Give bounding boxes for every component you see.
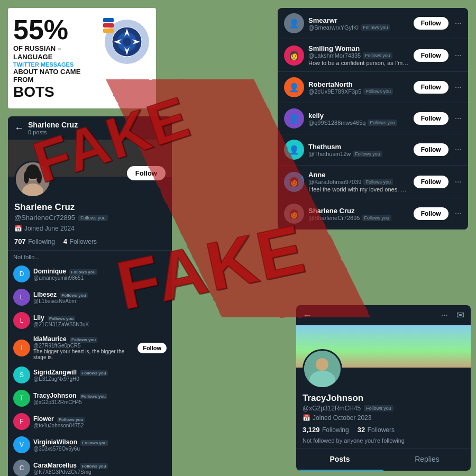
follows-you-badge: Follows you [363, 88, 393, 95]
twitter-following-list: 👤 Smearwr @SmearwrxYGyfKl Follows you Fo… [278, 8, 468, 230]
following-item: L Libesez Follows you @L1besezNvAbm [8, 286, 172, 309]
nato-line1: OF RUSSIAN – LANGUAGE [13, 44, 99, 61]
tracy-profile-header: ← ··· ✉ [296, 305, 471, 325]
nato-line3: ABOUT NATO CAME FROM [13, 68, 99, 84]
more-options-button[interactable]: ··· [455, 114, 462, 123]
following-item: D Dominique Follows you @amaneyumin98651 [8, 262, 172, 286]
avatar: 👤 [284, 77, 304, 97]
list-handle: @SharleneCr72895 [308, 215, 360, 221]
more-options-button[interactable]: ··· [455, 145, 462, 154]
sharlene-profile-card: ← Sharlene Cruz 0 posts Follow Sharlene … [8, 116, 172, 476]
more-options-button[interactable]: ··· [455, 177, 462, 187]
avatar: T [13, 390, 30, 407]
more-options-button[interactable]: ··· [441, 310, 448, 320]
follows-you-badge: Follows you [362, 215, 391, 221]
follows-you-badge: Follows you [353, 151, 382, 157]
list-name: Smiling Woman [308, 44, 409, 52]
follows-you-badge: Follows you [363, 52, 392, 59]
list-info: kelly @q99S1288mws465q Follows you [308, 112, 409, 126]
profile-header-posts: 0 posts [28, 129, 166, 135]
profile-joined: 📅 Joined June 2024 [8, 225, 172, 234]
follows-you-badge: Follows you [368, 120, 397, 126]
follow-button[interactable]: Follow [414, 207, 448, 220]
following-item: T TracyJohnson Follows you @xG2p312RmCH4… [8, 387, 172, 410]
followers-label: Followers [70, 238, 97, 245]
follow-button[interactable]: Follow [414, 176, 448, 188]
follow-button[interactable]: Follow [414, 143, 448, 156]
list-handle: @SmearwrxYGyfKl [308, 24, 359, 31]
list-name: Anne [308, 171, 409, 179]
follow-button[interactable]: Follow [414, 112, 448, 125]
tracy-stats: 3,129 Following 32 Followers [296, 424, 471, 436]
follow-button[interactable]: Follow [414, 81, 448, 94]
svg-point-15 [24, 171, 29, 184]
tracy-followers-label: Followers [368, 426, 395, 434]
tracy-profile-card: ← ··· ✉ TracyJohnson @xG2p312RmCH45 Foll… [296, 305, 471, 471]
list-item: 👤 RobertaNorth @2cUx9E789XF3p5 Follows y… [278, 72, 468, 103]
list-name: Thethusm [308, 143, 409, 151]
list-handle: @KaraJohnso97039 [308, 179, 361, 185]
avatar: 👤 [284, 13, 304, 33]
tracy-following-count: 3,129 [303, 426, 320, 434]
list-info: Smearwr @SmearwrxYGyfKl Follows you [308, 16, 409, 31]
tracy-tabs: Posts Replies [296, 448, 471, 471]
svg-point-7 [123, 38, 131, 46]
list-bio: I feel the world with my loved ones. wa.… [308, 186, 409, 193]
more-options-button[interactable]: ··· [455, 209, 462, 218]
following-item: S SigridZangwill Follows you @E31ZugNx97… [8, 363, 172, 387]
calendar-icon: 📅 [14, 225, 22, 232]
list-item: 👩 Sharlene Cruz @SharleneCr72895 Follows… [278, 198, 468, 230]
tab-replies[interactable]: Replies [383, 448, 471, 471]
follow-button[interactable]: Follow [138, 343, 167, 353]
list-info: Thethusm @Thethusm12w Follows you [308, 143, 409, 157]
avatar: L [13, 289, 30, 306]
svg-point-16 [36, 171, 42, 184]
following-count: 707 [14, 237, 26, 245]
followers-count: 4 [63, 237, 67, 245]
more-options-button[interactable]: ··· [455, 83, 462, 92]
list-item: 👤 Thethusm @Thethusm12w Follows you Foll… [278, 134, 468, 166]
avatar: 👩 [284, 172, 304, 192]
svg-rect-8 [103, 18, 114, 22]
calendar-icon: 📅 [303, 414, 310, 422]
svg-point-18 [316, 358, 328, 371]
list-item: 👩 Anne @KaraJohnso97039 Follows you I fe… [278, 166, 468, 198]
tracy-handle: @xG2p312RmCH45 [303, 405, 361, 412]
profile-follows-you: Follows you [78, 215, 108, 221]
back-button[interactable]: ← [14, 123, 24, 134]
list-name: Smearwr [308, 16, 409, 24]
nato-card: 55% OF RUSSIAN – LANGUAGE TWITTER MESSAG… [8, 8, 156, 108]
following-item: F Flower Follows you @to4uJohnson84752 [8, 410, 172, 433]
follow-button[interactable]: Follow [414, 49, 448, 62]
avatar: 👩 [284, 204, 304, 224]
list-info: Anne @KaraJohnso97039 Follows you I feel… [308, 171, 409, 193]
profile-header-name: Sharlene Cruz [28, 121, 166, 129]
tab-posts[interactable]: Posts [296, 448, 383, 471]
follow-button[interactable]: Follow [414, 17, 448, 30]
tracy-avatar [303, 349, 342, 389]
avatar: L [13, 312, 30, 329]
profile-handle: @SharleneCr72895 [14, 214, 75, 222]
list-handle: @2cUx9E789XF3p5 [308, 88, 361, 95]
avatar: V [13, 436, 30, 453]
list-item: 👤 kelly @q99S1288mws465q Follows you Fol… [278, 103, 468, 134]
profile-follow-button[interactable]: Follow [127, 166, 166, 180]
more-options-button[interactable]: ··· [455, 19, 462, 28]
following-item: V VirginiaWilson Follows you @303xs579Ov… [8, 433, 172, 456]
following-item: C CaraMarcellus Follows you @K7X8G3PdvZC… [8, 456, 172, 476]
more-options-button[interactable]: ··· [455, 51, 462, 60]
back-button[interactable]: ← [303, 310, 312, 321]
profile-avatar [14, 161, 51, 198]
following-label: Following [28, 238, 55, 245]
list-handle: @Thethusm12w [308, 151, 351, 157]
message-button[interactable]: ✉ [456, 309, 464, 321]
profile-name: Sharlene Cruz [8, 198, 172, 213]
avatar: D [13, 266, 30, 282]
follows-you-badge: Follows you [361, 24, 390, 31]
avatar: I [13, 340, 30, 356]
avatar: 👩 [284, 45, 304, 66]
nato-bots: BOTS [13, 84, 99, 100]
tracy-joined: 📅 Joined October 2023 [296, 414, 471, 424]
tracy-not-followed: Not followed by anyone you're following [296, 436, 471, 448]
list-bio: How to be a confident person, as I'm sur… [308, 60, 409, 66]
